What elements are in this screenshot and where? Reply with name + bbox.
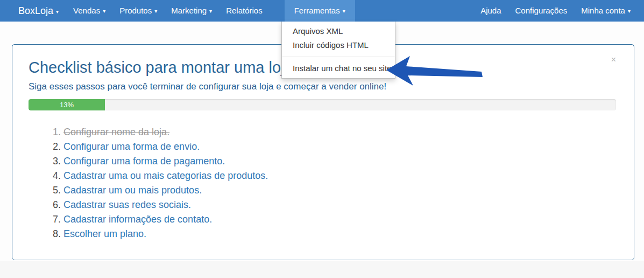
nav-item-label: Minha conta <box>581 6 625 15</box>
caret-down-icon: ▾ <box>628 1 631 22</box>
footer-strip <box>0 261 644 278</box>
caret-down-icon: ▾ <box>343 1 345 22</box>
nav-item-label: Configurações <box>515 6 568 15</box>
nav-item-produtos[interactable]: Produtos▾ <box>112 0 164 22</box>
nav-item-label: Vendas <box>73 6 100 15</box>
navbar-left: BoxLoja▾ Vendas▾ Produtos▾ Marketing▾ Re… <box>0 0 355 22</box>
checklist-link-categorias[interactable]: Cadastrar uma ou mais categorias de prod… <box>63 170 268 181</box>
nav-item-vendas[interactable]: Vendas▾ <box>66 0 112 22</box>
nav-item-configuracoes[interactable]: Configurações <box>508 0 575 22</box>
brand-boxloja[interactable]: BoxLoja▾ <box>11 0 66 22</box>
panel-subtitle: Siga esses passos para você terminar de … <box>29 81 618 92</box>
item-number: 8. <box>53 228 61 239</box>
item-number: 7. <box>53 214 61 225</box>
checklist-link-produtos[interactable]: Cadastrar um ou mais produtos. <box>63 185 202 196</box>
nav-item-label: Relatórios <box>226 6 263 15</box>
checklist-item: 7.Cadastrar informações de contato. <box>53 214 634 224</box>
navbar-right: Ajuda Configurações Minha conta▾ <box>473 0 644 22</box>
checklist-item: 4.Cadastrar uma ou mais categorias de pr… <box>53 171 634 180</box>
caret-down-icon: ▾ <box>103 1 105 22</box>
item-number: 1. <box>53 127 61 137</box>
checklist-item: 6.Cadastrar suas redes sociais. <box>53 200 634 210</box>
nav-item-label: Marketing <box>171 6 207 15</box>
nav-item-label: Produtos <box>119 6 152 15</box>
checklist-item: 1.Configurar nome da loja. <box>53 127 634 137</box>
menu-item-incluir-codigos-html[interactable]: Incluir códigos HTML <box>282 38 395 52</box>
nav-item-ajuda[interactable]: Ajuda <box>473 0 508 22</box>
menu-item-arquivos-xml[interactable]: Arquivos XML <box>282 24 395 38</box>
nav-item-minha-conta[interactable]: Minha conta▾ <box>574 0 638 22</box>
progress-label: 13% <box>60 101 74 109</box>
nav-item-marketing[interactable]: Marketing▾ <box>164 0 219 22</box>
item-number: 2. <box>53 141 61 152</box>
item-number: 3. <box>53 156 61 166</box>
brand-label: BoxLoja <box>18 5 53 16</box>
progress-bar: 13% <box>29 99 616 110</box>
menu-item-instalar-chat[interactable]: Instalar um chat no seu site <box>282 61 395 75</box>
item-number: 5. <box>53 185 61 196</box>
top-navbar: BoxLoja▾ Vendas▾ Produtos▾ Marketing▾ Re… <box>0 0 644 22</box>
checklist-item: 5.Cadastrar um ou mais produtos. <box>53 185 634 195</box>
checklist-link-redes-sociais[interactable]: Cadastrar suas redes sociais. <box>63 199 191 210</box>
checklist-item: 2.Configurar uma forma de envio. <box>53 142 634 151</box>
checklist-link-configurar-nome[interactable]: Configurar nome da loja. <box>63 127 169 137</box>
nav-item-ferramentas[interactable]: Ferramentas▾ <box>285 0 355 22</box>
checklist-item: 8.Escolher um plano. <box>53 229 634 239</box>
checklist-link-plano[interactable]: Escolher um plano. <box>63 228 146 239</box>
checklist: 1.Configurar nome da loja. 2.Configurar … <box>12 127 634 239</box>
close-icon[interactable]: × <box>611 55 616 64</box>
checklist-link-forma-pagamento[interactable]: Configurar uma forma de pagamento. <box>63 156 225 166</box>
ferramentas-dropdown-menu: Arquivos XML Incluir códigos HTML Instal… <box>281 22 395 79</box>
checklist-link-contato[interactable]: Cadastrar informações de contato. <box>63 214 212 225</box>
item-number: 4. <box>53 170 61 181</box>
caret-down-icon: ▾ <box>56 1 59 23</box>
menu-divider <box>282 57 395 57</box>
nav-item-relatorios[interactable]: Relatórios <box>219 0 270 22</box>
item-number: 6. <box>53 199 61 210</box>
checklist-item: 3.Configurar uma forma de pagamento. <box>53 156 634 166</box>
checklist-link-forma-envio[interactable]: Configurar uma forma de envio. <box>63 141 200 152</box>
caret-down-icon: ▾ <box>209 1 212 22</box>
progress-fill: 13% <box>29 99 105 110</box>
nav-item-label: Ferramentas <box>294 6 340 15</box>
caret-down-icon: ▾ <box>154 1 157 22</box>
nav-item-label: Ajuda <box>480 6 501 15</box>
